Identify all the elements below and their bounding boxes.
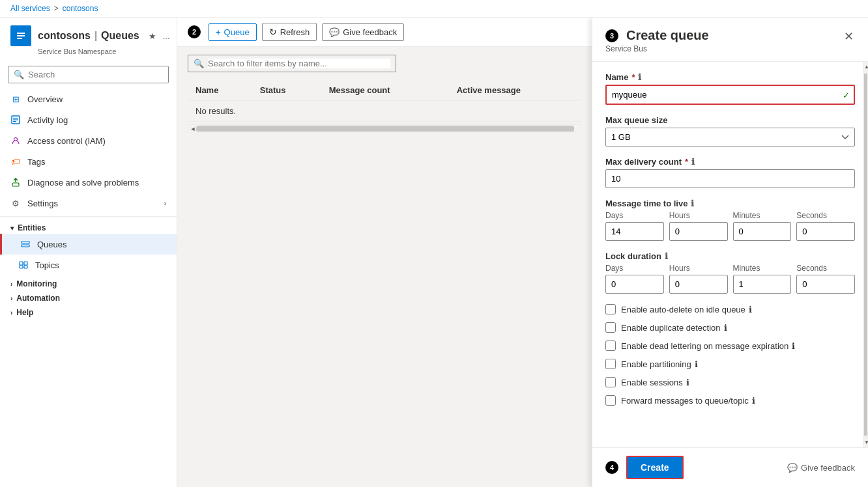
name-info-icon[interactable]: ℹ: [638, 72, 641, 82]
sidebar-item-label-diagnose: Diagnose and solve problems: [27, 178, 139, 188]
favorite-icon[interactable]: ★: [149, 31, 156, 41]
lock-minutes-input[interactable]: [733, 275, 792, 294]
duplicate-detection-checkbox[interactable]: [605, 322, 616, 333]
panel-scroll-down-btn[interactable]: ▼: [863, 437, 868, 447]
step-2-badge: 2: [188, 25, 201, 38]
filter-input[interactable]: [208, 59, 390, 68]
automation-section[interactable]: › Automation: [0, 290, 177, 304]
sidebar-title: contosons | Queues ★ ...: [10, 25, 166, 46]
sidebar-item-queues[interactable]: Queues: [0, 234, 177, 255]
sidebar-item-label-overview: Overview: [27, 94, 63, 104]
breadcrumb: All services > contosons: [0, 0, 868, 18]
breadcrumb-all-services[interactable]: All services: [10, 4, 50, 13]
lock-days-field: Days: [605, 264, 664, 294]
help-chevron-icon: ›: [10, 309, 12, 316]
sidebar-item-topics[interactable]: Topics: [0, 255, 177, 275]
panel-feedback-button[interactable]: 💬 Give feedback: [787, 463, 855, 473]
panel-feedback-label: Give feedback: [801, 463, 855, 473]
queue-name-input[interactable]: [605, 85, 855, 105]
lock-info-icon[interactable]: ℹ: [665, 251, 668, 261]
panel-footer: 4 Create 💬 Give feedback: [592, 447, 868, 487]
max-queue-size-field: Max queue size 1 GB 2 GB 5 GB 10 GB: [605, 115, 855, 146]
partitioning-info-icon[interactable]: ℹ: [695, 359, 698, 369]
entities-chevron-icon: ▾: [10, 225, 14, 232]
lock-hours-input[interactable]: [669, 275, 728, 294]
ttl-hours-input[interactable]: [669, 222, 728, 241]
auto-delete-info-icon[interactable]: ℹ: [749, 305, 752, 314]
lock-seconds-input[interactable]: [796, 275, 855, 294]
sessions-info-icon[interactable]: ℹ: [686, 378, 689, 387]
name-check-icon: ✓: [843, 90, 850, 100]
ttl-seconds-input[interactable]: [796, 222, 855, 241]
breadcrumb-current[interactable]: contosons: [63, 4, 98, 13]
duplicate-detection-label: Enable duplicate detection ℹ: [621, 323, 727, 333]
page-title: Queues: [101, 30, 139, 42]
ttl-minutes-input[interactable]: [733, 222, 792, 241]
sidebar-item-settings[interactable]: ⚙ Settings ›: [0, 193, 177, 214]
monitoring-section[interactable]: › Monitoring: [0, 275, 177, 290]
sidebar-item-tags[interactable]: 🏷 Tags: [0, 151, 177, 172]
ttl-days-input[interactable]: [605, 222, 664, 241]
dead-lettering-row: Enable dead lettering on message expirat…: [605, 341, 855, 351]
refresh-button[interactable]: ↻ Refresh: [262, 23, 317, 41]
max-delivery-required: *: [685, 157, 688, 167]
svg-rect-1: [17, 33, 25, 34]
queues-icon: [20, 239, 31, 249]
max-delivery-info-icon[interactable]: ℹ: [691, 157, 695, 167]
activity-log-icon: [10, 115, 21, 125]
entities-section[interactable]: ▾ Entities: [0, 219, 177, 234]
partitioning-checkbox[interactable]: [605, 359, 616, 369]
create-button[interactable]: Create: [626, 456, 684, 479]
automation-label: Automation: [16, 294, 60, 303]
horizontal-scrollbar[interactable]: [196, 126, 574, 132]
close-panel-button[interactable]: ✕: [843, 28, 855, 45]
automation-chevron-icon: ›: [10, 295, 12, 302]
forward-messages-info-icon[interactable]: ℹ: [752, 396, 755, 406]
entities-label: Entities: [18, 223, 46, 232]
sidebar-item-label-topics: Topics: [35, 260, 59, 270]
forward-messages-label: Forward messages to queue/topic ℹ: [621, 396, 755, 406]
lock-seconds-label: Seconds: [796, 264, 855, 273]
sidebar-header: contosons | Queues ★ ... Service Bus Nam…: [0, 18, 177, 61]
sidebar-item-label-activity: Activity log: [27, 115, 68, 125]
step-4-badge: 4: [605, 461, 618, 474]
panel-scroll-up-btn[interactable]: ▲: [863, 62, 868, 72]
panel-header-text: 3 Create queue Service Bus: [605, 28, 709, 53]
sidebar-item-diagnose[interactable]: Diagnose and solve problems: [0, 172, 177, 193]
more-icon[interactable]: ...: [163, 31, 170, 41]
max-queue-size-select[interactable]: 1 GB 2 GB 5 GB 10 GB: [605, 128, 855, 146]
dead-lettering-info-icon[interactable]: ℹ: [792, 341, 795, 351]
max-queue-size-label: Max queue size: [605, 115, 855, 125]
panel-title: Create queue: [626, 28, 709, 43]
sessions-checkbox[interactable]: [605, 377, 616, 387]
ttl-hours-label: Hours: [669, 211, 728, 220]
msg-ttl-info-icon[interactable]: ℹ: [691, 199, 694, 208]
ttl-seconds-field: Seconds: [796, 211, 855, 241]
col-message-count: Message count: [321, 80, 449, 101]
add-queue-button[interactable]: + Queue: [209, 23, 257, 41]
message-ttl-field: Message time to live ℹ Days Hours: [605, 199, 855, 241]
duplicate-detection-info-icon[interactable]: ℹ: [724, 323, 727, 333]
dead-lettering-checkbox[interactable]: [605, 341, 616, 351]
help-section[interactable]: › Help: [0, 304, 177, 318]
scroll-left-icon[interactable]: ◄: [190, 125, 196, 132]
name-input-container: ✓: [605, 85, 855, 105]
monitoring-chevron-icon: ›: [10, 281, 12, 288]
feedback-button[interactable]: 💬 Give feedback: [322, 23, 404, 41]
max-delivery-count-input[interactable]: [605, 169, 855, 188]
sidebar-item-label-settings: Settings: [27, 199, 58, 208]
sidebar-item-iam[interactable]: Access control (IAM): [0, 130, 177, 151]
settings-icon: ⚙: [10, 198, 21, 208]
sidebar-item-overview[interactable]: ⊞ Overview: [0, 89, 177, 109]
lock-hours-field: Hours: [669, 264, 728, 294]
auto-delete-checkbox[interactable]: [605, 304, 616, 314]
col-name: Name: [188, 80, 252, 101]
search-input[interactable]: [28, 70, 163, 79]
lock-time-row: Days Hours Minutes: [605, 264, 855, 294]
sidebar-item-activity-log[interactable]: Activity log: [0, 109, 177, 130]
help-label: Help: [16, 308, 33, 317]
lock-days-input[interactable]: [605, 275, 664, 294]
svg-rect-3: [17, 38, 22, 39]
forward-messages-checkbox[interactable]: [605, 395, 616, 406]
name-label: Name * ℹ: [605, 72, 855, 82]
